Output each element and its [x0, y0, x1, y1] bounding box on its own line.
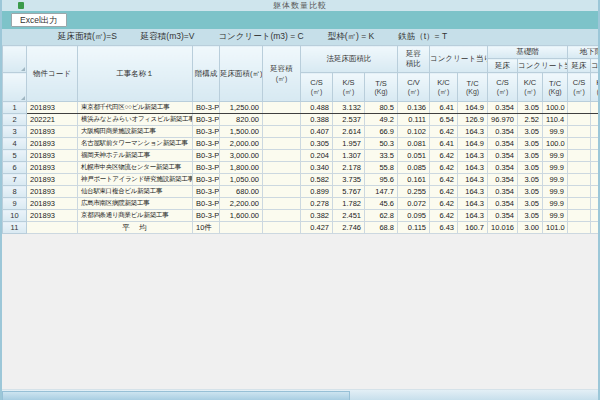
- cell-cv[interactable]: 0.255: [398, 186, 430, 198]
- cell-ks[interactable]: 2.746: [333, 222, 365, 234]
- cell-floor-composition[interactable]: B0-3-P1: [193, 138, 220, 150]
- cell-basement-kc[interactable]: [591, 126, 598, 138]
- cell-cv[interactable]: 0.051: [398, 150, 430, 162]
- cell-ks[interactable]: 1.957: [333, 138, 365, 150]
- cell-property-code[interactable]: 201893: [27, 150, 78, 162]
- cell-foundation-tc[interactable]: 99.9: [543, 198, 568, 210]
- cell-volume[interactable]: [263, 162, 301, 174]
- cell-tc[interactable]: 126.9: [458, 114, 488, 126]
- cell-floor-composition[interactable]: B0-3-P1: [193, 210, 220, 222]
- table-row[interactable]: 8 201893 仙台駅東口複合ビル新築工事 B0-3-P1 680.00 0.…: [3, 186, 599, 198]
- cell-property-code[interactable]: 201893: [27, 102, 78, 114]
- table-row[interactable]: 11 平 均 10件 0.427 2.746 68.8 0.115 6.43 1…: [3, 222, 599, 234]
- cell-volume[interactable]: [263, 138, 301, 150]
- cell-kc[interactable]: 6.42: [430, 150, 458, 162]
- cell-foundation-kc[interactable]: 3.05: [518, 138, 543, 150]
- col-header-ks[interactable]: K/S(㎡): [333, 73, 365, 102]
- col-header-foundation-cs[interactable]: C/S(㎥): [488, 73, 518, 102]
- col-header-ts[interactable]: T/S(Kg): [365, 73, 398, 102]
- cell-cv[interactable]: 0.136: [398, 102, 430, 114]
- cell-cs[interactable]: 0.305: [301, 138, 333, 150]
- cell-tc[interactable]: 164.3: [458, 162, 488, 174]
- cell-foundation-kc[interactable]: 3.05: [518, 174, 543, 186]
- row-number[interactable]: 6: [3, 162, 27, 174]
- cell-kc[interactable]: 6.41: [430, 102, 458, 114]
- cell-floor-area[interactable]: 1,500.00: [220, 126, 263, 138]
- cell-foundation-cs[interactable]: 0.354: [488, 126, 518, 138]
- cell-ts[interactable]: 62.8: [365, 210, 398, 222]
- cell-volume[interactable]: [263, 114, 301, 126]
- cell-tc[interactable]: 164.3: [458, 210, 488, 222]
- cell-ks[interactable]: 3.132: [333, 102, 365, 114]
- col-header-cs[interactable]: C/S(㎥): [301, 73, 333, 102]
- cell-kc[interactable]: 6.42: [430, 186, 458, 198]
- col-header-property-code[interactable]: 物件コード: [27, 46, 78, 102]
- cell-floor-composition[interactable]: B0-3-P1: [193, 102, 220, 114]
- cell-basement-kc[interactable]: [591, 114, 598, 126]
- cell-foundation-cs[interactable]: 0.354: [488, 210, 518, 222]
- cell-kc[interactable]: 6.41: [430, 138, 458, 150]
- cell-ks[interactable]: 2.614: [333, 126, 365, 138]
- cell-basement-kc[interactable]: [591, 198, 598, 210]
- cell-floor-composition[interactable]: B0-3-P0: [193, 114, 220, 126]
- cell-foundation-kc[interactable]: 3.05: [518, 102, 543, 114]
- cell-basement-cs[interactable]: [568, 138, 591, 150]
- cell-basement-kc[interactable]: [591, 102, 598, 114]
- row-number[interactable]: 3: [3, 126, 27, 138]
- col-header-tc[interactable]: T/C(Kg): [458, 73, 488, 102]
- cell-ts[interactable]: 33.5: [365, 150, 398, 162]
- cell-project-name[interactable]: 京都四条通り商業ビル新築工事: [78, 210, 193, 222]
- cell-kc[interactable]: 6.43: [430, 222, 458, 234]
- cell-floor-area[interactable]: 1,600.00: [220, 210, 263, 222]
- cell-ks[interactable]: 2.451: [333, 210, 365, 222]
- cell-volume[interactable]: [263, 210, 301, 222]
- row-number[interactable]: 1: [3, 102, 27, 114]
- cell-foundation-cs[interactable]: 0.354: [488, 150, 518, 162]
- subgroup-foundation-per-concrete[interactable]: コンクリート当り: [518, 59, 568, 73]
- cell-foundation-tc[interactable]: 99.9: [543, 210, 568, 222]
- cell-project-name[interactable]: 東京都千代田区○○ビル新築工事: [78, 102, 193, 114]
- cell-basement-kc[interactable]: [591, 138, 598, 150]
- col-header-foundation-tc[interactable]: T/C(Kg): [543, 73, 568, 102]
- cell-foundation-kc[interactable]: 3.05: [518, 150, 543, 162]
- cell-kc[interactable]: 6.54: [430, 114, 458, 126]
- cell-foundation-tc[interactable]: 99.9: [543, 162, 568, 174]
- cell-floor-area[interactable]: 2,200.00: [220, 198, 263, 210]
- col-header-cv[interactable]: C/V(㎥): [398, 73, 430, 102]
- table-row[interactable]: 4 201893 名古屋駅前タワーマンション新築工事 B0-3-P1 2,000…: [3, 138, 599, 150]
- row-number[interactable]: 10: [3, 210, 27, 222]
- cell-foundation-cs[interactable]: 0.354: [488, 162, 518, 174]
- row-number[interactable]: 9: [3, 198, 27, 210]
- cell-ks[interactable]: 2.537: [333, 114, 365, 126]
- cell-foundation-tc[interactable]: 99.9: [543, 150, 568, 162]
- cell-cs[interactable]: 0.204: [301, 150, 333, 162]
- cell-basement-cs[interactable]: [568, 198, 591, 210]
- table-row[interactable]: 3 201893 大阪梅田商業施設新築工事 B0-3-P1 1,500.00 0…: [3, 126, 599, 138]
- cell-property-code[interactable]: 201893: [27, 198, 78, 210]
- group-header-volume-ratio[interactable]: 延容 積比: [398, 46, 430, 73]
- cell-floor-composition[interactable]: B0-3-P1: [193, 126, 220, 138]
- cell-project-name[interactable]: 大阪梅田商業施設新築工事: [78, 126, 193, 138]
- grid-corner-cell[interactable]: [3, 46, 27, 73]
- cell-cs[interactable]: 0.582: [301, 174, 333, 186]
- cell-ks[interactable]: 5.767: [333, 186, 365, 198]
- cell-floor-area[interactable]: [220, 222, 263, 234]
- cell-ks[interactable]: 1.782: [333, 198, 365, 210]
- cell-volume[interactable]: [263, 222, 301, 234]
- cell-property-code[interactable]: 202221: [27, 114, 78, 126]
- cell-basement-kc[interactable]: [591, 222, 598, 234]
- cell-project-name[interactable]: 仙台駅東口複合ビル新築工事: [78, 186, 193, 198]
- cell-foundation-cs[interactable]: 0.354: [488, 198, 518, 210]
- subgroup-foundation-floor[interactable]: 延床: [488, 59, 518, 73]
- cell-ts[interactable]: 55.8: [365, 162, 398, 174]
- cell-foundation-kc[interactable]: 3.05: [518, 198, 543, 210]
- excel-export-button[interactable]: Excel出力: [11, 13, 67, 27]
- cell-volume[interactable]: [263, 198, 301, 210]
- cell-ks[interactable]: 2.178: [333, 162, 365, 174]
- cell-foundation-tc[interactable]: 100.0: [543, 138, 568, 150]
- cell-property-code[interactable]: [27, 222, 78, 234]
- cell-cv[interactable]: 0.085: [398, 162, 430, 174]
- cell-basement-kc[interactable]: [591, 186, 598, 198]
- cell-foundation-cs[interactable]: 0.354: [488, 186, 518, 198]
- cell-basement-cs[interactable]: [568, 126, 591, 138]
